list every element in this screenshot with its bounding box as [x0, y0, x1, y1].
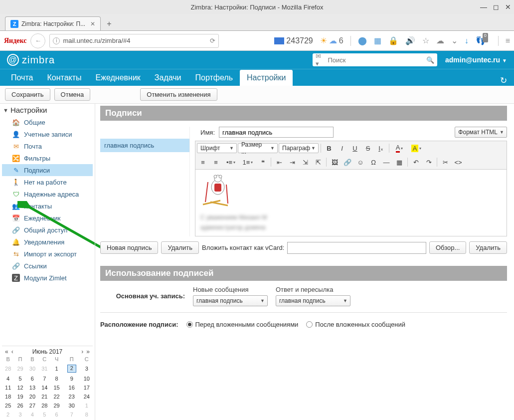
calendar-day[interactable]: 21 [38, 392, 50, 401]
calendar-day[interactable]: 4 [26, 410, 38, 419]
calendar-day[interactable]: 9 [63, 374, 81, 383]
ext-grid-icon[interactable]: ▦ [374, 36, 381, 45]
outdent-icon[interactable]: ⇤ [273, 157, 285, 168]
ext-star-icon[interactable]: ☆ [422, 36, 429, 45]
sidebar-item-12[interactable]: 🔗Ссылки [2, 260, 93, 272]
cal-prev-year-icon[interactable]: « [4, 348, 9, 355]
calendar-day[interactable]: 20 [26, 392, 38, 401]
sidebar-header[interactable]: ▼Настройки [3, 106, 93, 114]
calendar-day[interactable]: 4 [2, 374, 14, 383]
align-center-icon[interactable]: ≡ [210, 157, 222, 168]
calendar-day[interactable]: 7 [38, 374, 50, 383]
calendar-day[interactable]: 29 [14, 363, 26, 374]
image-icon[interactable]: 🖼 [329, 157, 341, 168]
indent-icon[interactable]: ⇥ [286, 157, 298, 168]
italic-icon[interactable]: I [336, 143, 348, 154]
sidebar-item-5[interactable]: 🚶Нет на работе [2, 176, 93, 188]
new-signature-button[interactable]: Новая подпись [100, 241, 158, 254]
revert-button[interactable]: Отменить изменения [140, 88, 217, 101]
ext-pocket-icon[interactable]: ⌄ [451, 36, 458, 45]
sidebar-item-11[interactable]: ⇆Импорт и экспорт [2, 248, 93, 260]
sidebar-item-1[interactable]: 👤Учетные записи [2, 128, 93, 140]
back-button[interactable]: ← [30, 33, 45, 48]
refresh-icon[interactable]: ↻ [500, 75, 507, 86]
sidebar-item-6[interactable]: 🛡Надежные адреса [2, 188, 93, 200]
cal-prev-month-icon[interactable]: ‹ [10, 348, 14, 355]
cut-icon[interactable]: ✂ [439, 157, 451, 168]
site-info-icon[interactable]: i [53, 37, 60, 44]
font-select[interactable]: Шрифт [197, 143, 237, 153]
window-close-icon[interactable]: ✕ [505, 3, 511, 11]
calendar-grid[interactable]: ВПВСЧПС282930311234567891011121314151617… [2, 355, 93, 419]
paragraph-select[interactable]: Параграф [279, 143, 319, 153]
bullet-list-icon[interactable]: •≡ [223, 157, 239, 168]
nav-briefcase[interactable]: Портфель [188, 70, 240, 86]
nav-tasks[interactable]: Задачи [148, 70, 188, 86]
calendar-day[interactable]: 30 [26, 363, 38, 374]
redo-icon[interactable]: ↷ [423, 157, 435, 168]
new-msg-signature-select[interactable]: главная подпись [193, 295, 268, 306]
cal-next-year-icon[interactable]: » [85, 348, 91, 355]
calendar-day[interactable]: 26 [14, 401, 26, 410]
calendar-day[interactable]: 1 [50, 363, 62, 374]
search-input[interactable] [325, 56, 426, 64]
calendar-day[interactable]: 5 [38, 410, 50, 419]
tab-close-icon[interactable]: ✕ [90, 20, 95, 27]
vcard-input[interactable] [287, 242, 426, 254]
calendar-day[interactable]: 2 [63, 363, 81, 374]
calendar-day[interactable]: 3 [81, 363, 93, 374]
url-bar[interactable]: i mail.untec.ru/zimbra/#4 ⟳ [49, 34, 219, 48]
ext-whale-icon[interactable]: ⬤ [358, 36, 367, 45]
placement-above-radio[interactable]: Перед вложенными сообщениями [186, 321, 299, 328]
calendar-day[interactable]: 28 [2, 363, 14, 374]
calendar-day[interactable]: 19 [14, 392, 26, 401]
calendar-day[interactable]: 15 [50, 383, 62, 392]
browse-button[interactable]: Обзор... [429, 241, 466, 254]
calendar-day[interactable]: 8 [81, 410, 93, 419]
delete-vcard-button[interactable]: Удалить [469, 241, 507, 254]
sidebar-item-4[interactable]: ✎Подписи [2, 164, 93, 176]
sidebar-item-3[interactable]: 🔀Фильтры [2, 152, 93, 164]
ext-cloud-icon[interactable]: ☁ [436, 36, 444, 45]
calendar-day[interactable]: 23 [63, 392, 81, 401]
window-maximize-icon[interactable]: ◻ [493, 3, 499, 11]
calendar-day[interactable]: 11 [2, 383, 14, 392]
search-icon[interactable]: 🔍 [426, 56, 434, 64]
signature-list-item[interactable]: главная подпись [100, 139, 189, 152]
strike-icon[interactable]: S [362, 143, 374, 154]
reload-icon[interactable]: ⟳ [210, 37, 215, 44]
reply-signature-select[interactable]: главная подпись [276, 295, 350, 306]
weather-widget[interactable]: ☀☁ 6 [320, 36, 343, 45]
clear-format-icon[interactable]: Iₓ [375, 143, 387, 154]
undo-icon[interactable]: ↶ [410, 157, 422, 168]
window-minimize-icon[interactable]: — [480, 3, 487, 11]
sidebar-item-9[interactable]: 🔗Общий доступ [2, 224, 93, 236]
search-scope-icon[interactable]: ✉ ▾ [316, 52, 325, 67]
sub-icon[interactable]: ⇲ [299, 157, 311, 168]
calendar-day[interactable]: 5 [14, 374, 26, 383]
calendar-day[interactable]: 8 [50, 374, 62, 383]
menu-icon[interactable]: ≡ [506, 36, 510, 45]
ext-download-icon[interactable]: ↓ [465, 36, 469, 45]
ext-sound-icon[interactable]: 🔊 [405, 36, 415, 45]
calendar-day[interactable]: 30 [63, 401, 81, 410]
quote-icon[interactable]: ❝ [257, 157, 269, 168]
sidebar-item-0[interactable]: 🏠Общие [2, 116, 93, 128]
align-left-icon[interactable]: ≡ [197, 157, 209, 168]
nav-calendar[interactable]: Ежедневник [89, 70, 148, 86]
nav-mail[interactable]: Почта [4, 70, 40, 86]
cal-title[interactable]: Июнь 2017 [32, 348, 63, 355]
underline-icon[interactable]: U [349, 143, 361, 154]
code-icon[interactable]: <> [452, 157, 464, 168]
sidebar-item-2[interactable]: ✉Почта [2, 140, 93, 152]
sup-icon[interactable]: ⇱ [312, 157, 324, 168]
calendar-day[interactable]: 12 [14, 383, 26, 392]
calendar-day[interactable]: 18 [2, 392, 14, 401]
format-select[interactable]: Формат HTML [455, 127, 507, 138]
sidebar-item-10[interactable]: 🔔Уведомления [2, 236, 93, 248]
calendar-day[interactable]: 2 [2, 410, 14, 419]
bold-icon[interactable]: B [323, 143, 335, 154]
font-size-select[interactable]: Размер ... [238, 143, 278, 153]
special-char-icon[interactable]: Ω [367, 157, 379, 168]
cal-next-month-icon[interactable]: › [80, 348, 84, 355]
